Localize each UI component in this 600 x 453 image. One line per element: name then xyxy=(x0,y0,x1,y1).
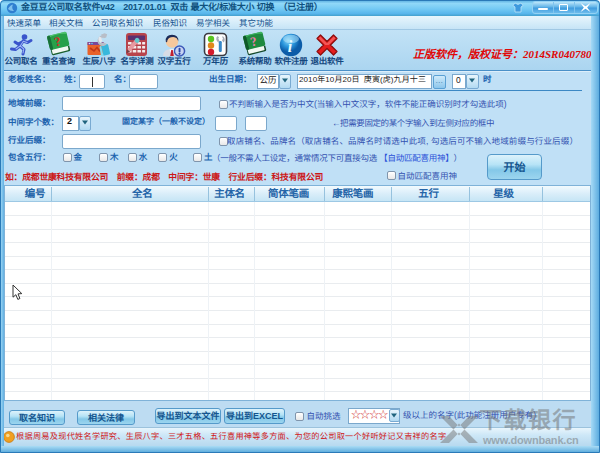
svg-text:i: i xyxy=(288,38,293,55)
